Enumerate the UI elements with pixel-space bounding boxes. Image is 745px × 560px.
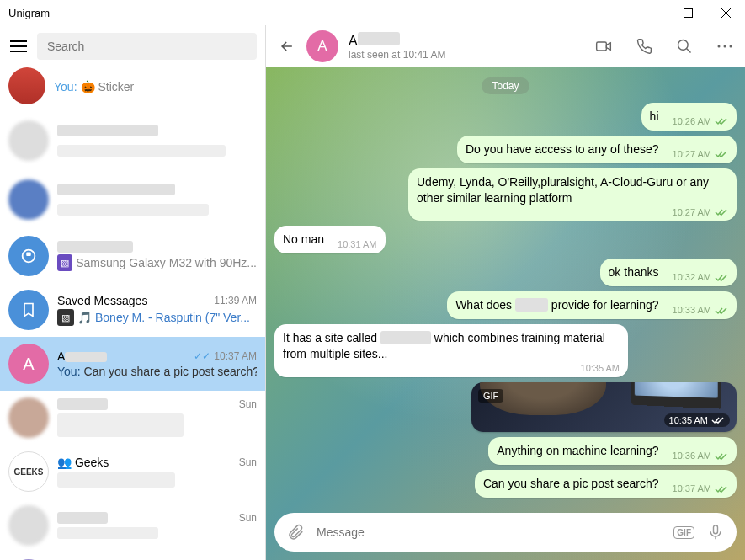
avatar: A (8, 344, 49, 384)
message-meta: 10:33 AM (673, 304, 728, 317)
svg-rect-9 (597, 42, 607, 51)
message-out[interactable]: Udemy, Lynda, O'Reilly,pluralsight, A-Cl… (408, 168, 737, 221)
message-list[interactable]: Today hi10:26 AM Do you have access to a… (266, 67, 745, 504)
double-check-icon (711, 416, 725, 424)
message-out[interactable]: hi10:26 AM (641, 103, 737, 131)
chat-item[interactable]: ▧Samsung Galaxy M32 with 90Hz... (0, 229, 265, 283)
message-input[interactable] (317, 525, 662, 539)
sidebar: You: 🎃 Sticker ▧Samsung Galaxy M32 with … (0, 25, 266, 560)
window-controls (631, 0, 745, 25)
chat-item[interactable] (0, 170, 265, 229)
svg-rect-15 (714, 525, 718, 534)
chat-list[interactable]: You: 🎃 Sticker ▧Samsung Galaxy M32 with … (0, 67, 265, 560)
message-meta: 10:35 AM (581, 362, 620, 375)
message-meta: 10:37 AM (673, 483, 728, 495)
message-meta: 10:35 AM (664, 413, 730, 427)
chat-time: Sun (239, 398, 257, 410)
conversation-header: A A last seen at 10:41 AM (266, 25, 745, 67)
avatar (8, 505, 49, 546)
chat-item[interactable]: You: 🎃 Sticker (0, 67, 265, 111)
message-out[interactable]: Can you share a pic post search?10:37 AM (475, 470, 737, 498)
message-meta: 10:27 AM (673, 206, 728, 219)
chat-item[interactable]: Sun (0, 499, 265, 552)
group-icon: 👥 (57, 456, 72, 469)
chat-time: Sun (239, 456, 257, 468)
minimize-button[interactable] (631, 0, 669, 25)
message-meta: 10:31 AM (338, 238, 376, 251)
svg-point-13 (724, 45, 726, 48)
double-check-icon (715, 485, 728, 493)
close-button[interactable] (707, 0, 745, 25)
message-composer: GIF (274, 513, 737, 552)
conversation-avatar[interactable]: A (306, 30, 338, 62)
message-meta: 10:36 AM (673, 450, 728, 462)
chat-name: 👥 Geeks (57, 456, 109, 469)
thumbnail-icon: ▧ (57, 309, 74, 326)
video-call-button[interactable] (595, 38, 612, 55)
maximize-button[interactable] (669, 0, 707, 25)
message-out[interactable]: Do you have access to any of these?10:27… (457, 136, 737, 163)
search-button[interactable] (676, 38, 693, 55)
conversation-panel: A A last seen at 10:41 AM Today hi10:26 … (266, 25, 745, 560)
avatar (8, 397, 49, 438)
gif-badge: GIF (478, 389, 503, 403)
chat-item-saved-messages[interactable]: Saved Messages11:39 AM ▧🎵Boney M. - Rasp… (0, 283, 265, 337)
thumbnail-icon: ▧ (57, 254, 72, 271)
svg-point-12 (718, 45, 721, 48)
bookmark-icon (8, 290, 49, 330)
chat-item[interactable]: B BSat (0, 552, 265, 560)
chat-item[interactable] (0, 111, 265, 170)
more-button[interactable] (716, 38, 733, 55)
chat-name: Saved Messages (57, 294, 147, 307)
avatar (8, 179, 49, 220)
music-icon: 🎵 (77, 311, 92, 324)
message-in[interactable]: It has a site called xxxxxxxx which comb… (274, 324, 628, 377)
avatar (8, 120, 49, 161)
message-in[interactable]: No man10:31 AM (274, 226, 386, 253)
chat-time: Sun (239, 512, 257, 524)
call-button[interactable] (636, 38, 652, 55)
svg-rect-1 (684, 8, 693, 17)
menu-button[interactable] (8, 36, 29, 56)
window-title: Unigram (8, 7, 50, 19)
message-meta: 10:32 AM (673, 271, 728, 284)
back-button[interactable] (278, 37, 296, 56)
conversation-status: last seen at 10:41 AM (349, 49, 585, 61)
title-bar: Unigram (0, 0, 745, 25)
svg-point-14 (730, 45, 732, 48)
double-check-icon: ✓✓ (194, 350, 210, 362)
date-separator: Today (482, 77, 529, 94)
double-check-icon (715, 307, 728, 315)
chat-item-active[interactable]: A A✓✓10:37 AM You: Can you share a pic p… (0, 337, 265, 391)
avatar (8, 67, 45, 104)
double-check-icon (715, 208, 728, 216)
svg-rect-8 (26, 252, 31, 256)
svg-line-11 (687, 49, 691, 53)
double-check-icon (715, 117, 728, 125)
chat-time: 11:39 AM (214, 295, 257, 307)
mic-button[interactable] (706, 523, 725, 541)
avatar (8, 236, 49, 276)
message-out[interactable]: What does xxxxx provide for learning?10:… (447, 291, 737, 319)
conversation-name (358, 32, 400, 45)
chat-time: ✓✓10:37 AM (194, 350, 257, 362)
chat-item-geeks[interactable]: GEEKS 👥 GeeksSun (0, 445, 265, 499)
avatar: GEEKS (8, 451, 49, 492)
search-input[interactable] (37, 33, 257, 60)
message-meta: 10:26 AM (673, 115, 728, 128)
gif-button[interactable]: GIF (673, 526, 694, 539)
attach-button[interactable] (286, 523, 305, 541)
double-check-icon (715, 150, 728, 158)
message-out[interactable]: ok thanks10:32 AM (600, 259, 737, 286)
message-gif[interactable]: GIF 10:35 AM (471, 382, 737, 433)
double-check-icon (715, 274, 728, 282)
chat-item[interactable]: Sun (0, 391, 265, 445)
double-check-icon (715, 452, 728, 461)
message-out[interactable]: Anything on machine learning?10:36 AM (488, 437, 737, 465)
message-meta: 10:27 AM (673, 148, 728, 161)
svg-point-10 (678, 40, 689, 51)
